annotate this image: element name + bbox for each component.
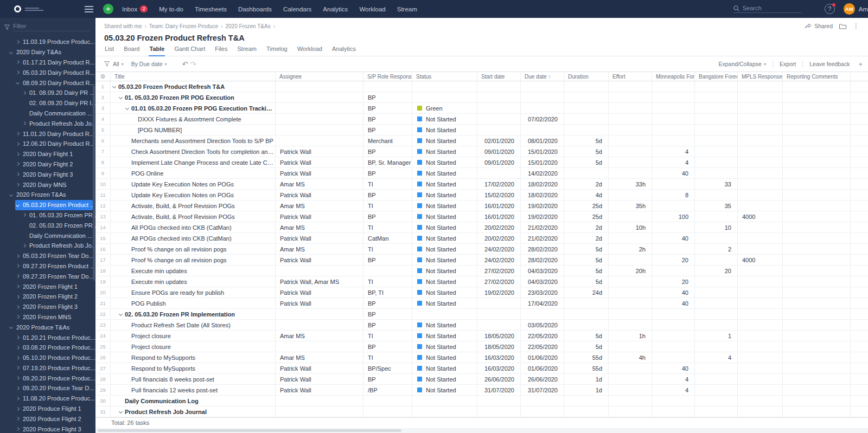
sidebar-item-2020-frozen-mns[interactable]: 2020 Frozen MNS xyxy=(0,312,95,322)
assignee-cell[interactable] xyxy=(276,125,363,135)
chevron-right-icon[interactable] xyxy=(16,295,20,299)
chevron-right-icon[interactable] xyxy=(22,244,26,248)
mpls-response-cell[interactable] xyxy=(738,363,783,373)
sidebar-item-daily-communication[interactable]: Daily Communication ... xyxy=(0,230,95,241)
chevron-down-icon[interactable] xyxy=(119,312,123,316)
table-row[interactable]: 24Project closureAmar MSTINot Started18/… xyxy=(95,331,868,341)
sidebar-item-09-27-20-frozen-tear-do[interactable]: 09.27.20 Frozen Tear Do... xyxy=(0,271,95,281)
mpls-response-cell[interactable] xyxy=(738,179,783,189)
column-header-bangalore-forec[interactable]: Bangalore Forec... xyxy=(695,72,738,81)
start-date-cell[interactable]: 02/01/2020 xyxy=(477,135,521,146)
column-header-assignee[interactable]: Assignee xyxy=(276,72,363,81)
due-date-cell[interactable] xyxy=(521,125,564,135)
sidebar-item-2020-produce-flight-3[interactable]: 2020 Produce Flight 3 xyxy=(0,424,95,433)
sidebar-item-11-08-20-produce-produc[interactable]: 11.08.20 Produce Produc... xyxy=(0,393,95,404)
chevron-right-icon[interactable] xyxy=(16,274,20,278)
bangalore-forecast-cell[interactable] xyxy=(695,320,738,330)
start-date-cell[interactable] xyxy=(477,396,521,406)
due-date-cell[interactable]: 21/02/2020 xyxy=(521,233,564,243)
status-cell[interactable]: Not Started xyxy=(412,255,477,265)
effort-cell[interactable]: 33h xyxy=(609,179,652,189)
minneapolis-forecast-cell[interactable] xyxy=(652,244,695,254)
duration-cell[interactable] xyxy=(564,406,609,417)
effort-cell[interactable] xyxy=(609,298,652,308)
assignee-cell[interactable]: Patrick Wall xyxy=(276,385,363,395)
sidebar-item-07-19-20-produce-produc[interactable]: 07.19.20 Produce Produc... xyxy=(0,363,95,373)
task-title-cell[interactable]: Respond to MySupports xyxy=(111,363,276,373)
mpls-response-cell[interactable] xyxy=(738,385,783,395)
tab-gantt-chart[interactable]: Gantt Chart xyxy=(169,46,210,56)
duration-cell[interactable] xyxy=(564,114,609,124)
due-date-cell[interactable]: 01/06/2020 xyxy=(521,352,564,363)
minneapolis-forecast-cell[interactable]: 20 xyxy=(652,255,695,265)
sidebar-item-2020-dairy-flight-3[interactable]: 2020 Dairy Flight 3 xyxy=(0,169,95,179)
mpls-response-cell[interactable] xyxy=(738,266,783,276)
minneapolis-forecast-cell[interactable]: 40 xyxy=(652,233,695,243)
table-row[interactable]: 20Ensure POGs are ready for publishPatri… xyxy=(95,287,868,298)
duration-cell[interactable] xyxy=(564,168,609,178)
effort-cell[interactable] xyxy=(609,211,652,222)
mpls-response-cell[interactable] xyxy=(738,157,783,167)
bangalore-forecast-cell[interactable] xyxy=(695,168,738,178)
duration-cell[interactable]: 5d xyxy=(564,331,609,341)
column-header-status[interactable]: Status xyxy=(412,72,477,81)
start-date-cell[interactable] xyxy=(477,114,521,124)
start-date-cell[interactable]: 15/02/2020 xyxy=(477,190,521,200)
mpls-response-cell[interactable] xyxy=(738,331,783,341)
minneapolis-forecast-cell[interactable] xyxy=(652,103,695,113)
undo-icon[interactable]: ↶ xyxy=(182,60,188,68)
duration-cell[interactable] xyxy=(564,309,609,319)
sidebar-item-2020-dairy-t-as[interactable]: 2020 Dairy T&As xyxy=(0,47,95,57)
status-cell[interactable]: Not Started xyxy=(412,125,477,135)
effort-cell[interactable]: 4h xyxy=(609,352,652,363)
start-date-cell[interactable]: 16/03/2020 xyxy=(477,352,521,363)
duration-cell[interactable]: 1d xyxy=(564,374,609,384)
chevron-right-icon[interactable] xyxy=(16,386,20,390)
status-cell[interactable]: Not Started xyxy=(412,287,477,298)
assignee-cell[interactable]: Amar MS xyxy=(276,331,363,341)
sidebar-item-01-08-09-20-dairy-pr[interactable]: 01. 08.09.20 Dairy PR ... xyxy=(0,88,95,98)
bangalore-forecast-cell[interactable]: 20 xyxy=(695,266,738,276)
share-button[interactable]: Shared xyxy=(805,23,839,29)
sidebar-item-05-03-20-dairy-product-r[interactable]: 05.03.20 Dairy Product R... xyxy=(0,67,95,77)
duration-cell[interactable] xyxy=(564,125,609,135)
effort-cell[interactable] xyxy=(609,135,652,146)
chevron-right-icon[interactable] xyxy=(16,70,20,74)
minneapolis-forecast-cell[interactable]: 4 xyxy=(652,374,695,384)
assignee-cell[interactable] xyxy=(276,406,363,417)
task-title-cell[interactable]: All POGs checked into CKB (CatMan) xyxy=(111,233,276,243)
effort-cell[interactable] xyxy=(609,190,652,200)
effort-cell[interactable] xyxy=(609,92,652,102)
task-title-cell[interactable]: Merchants send Assortment Direction Tool… xyxy=(111,135,276,146)
due-date-cell[interactable] xyxy=(521,309,564,319)
start-date-cell[interactable]: 18/05/2020 xyxy=(477,341,521,352)
duration-cell[interactable]: 24d xyxy=(564,287,609,298)
role-cell[interactable]: BP xyxy=(363,114,412,124)
sidebar-item-02-05-03-20-frozen-pr[interactable]: 02. 05.03.20 Frozen PR... xyxy=(0,220,95,230)
sidebar-item-05-10-20-produce-produc[interactable]: 05.10.20 Produce Produc... xyxy=(0,353,95,363)
mpls-response-cell[interactable] xyxy=(738,276,783,287)
mpls-response-cell[interactable] xyxy=(738,168,783,178)
table-row[interactable]: 4DXXX Fixtures & Assortment CompleteBPNo… xyxy=(95,114,868,125)
minneapolis-forecast-cell[interactable] xyxy=(652,201,695,211)
due-date-cell[interactable] xyxy=(521,92,564,102)
due-date-cell[interactable] xyxy=(521,81,564,92)
minneapolis-forecast-cell[interactable] xyxy=(652,331,695,341)
task-title-cell[interactable]: Execute min updates xyxy=(111,266,276,276)
due-date-cell[interactable]: 28/02/2020 xyxy=(521,255,564,265)
status-cell[interactable]: Not Started xyxy=(412,341,477,352)
reporting-comments-cell[interactable] xyxy=(783,233,851,243)
nav-item-workload[interactable]: Workload xyxy=(359,6,385,12)
status-cell[interactable] xyxy=(412,309,477,319)
effort-cell[interactable] xyxy=(609,168,652,178)
chevron-down-icon[interactable] xyxy=(9,193,13,197)
table-row[interactable]: 105.03.20 Frozen Product Refresh T&A xyxy=(95,81,868,92)
sidebar-item-daily-communication[interactable]: Daily Communication ... xyxy=(0,108,95,119)
chevron-right-icon[interactable] xyxy=(16,417,20,421)
nav-item-calendars[interactable]: Calendars xyxy=(283,6,311,12)
add-column-button[interactable]: + xyxy=(858,60,863,68)
duration-cell[interactable]: 2d xyxy=(564,179,609,189)
reporting-comments-cell[interactable] xyxy=(783,190,851,200)
table-row[interactable]: 31Product Refresh Job Journal xyxy=(95,406,868,417)
column-header-s-p-role-responsible[interactable]: S/P Role Responsible xyxy=(363,72,412,81)
